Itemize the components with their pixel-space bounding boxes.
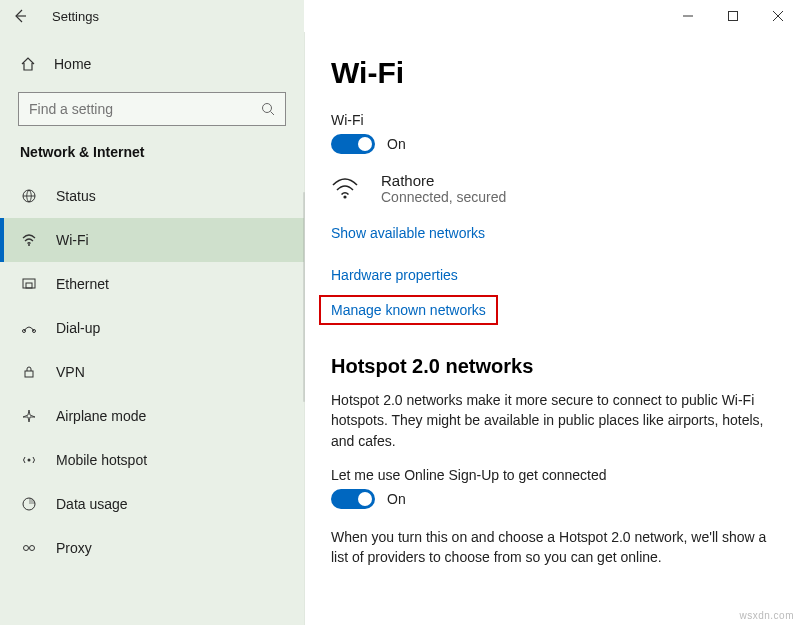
home-icon <box>20 56 36 72</box>
content-pane: Wi-Fi Wi-Fi On Rathore Connected, secure… <box>305 32 800 625</box>
current-network[interactable]: Rathore Connected, secured <box>331 172 774 205</box>
maximize-button[interactable] <box>710 0 755 32</box>
page-title: Wi-Fi <box>331 56 774 90</box>
svg-point-15 <box>24 546 29 551</box>
svg-rect-9 <box>26 283 32 288</box>
titlebar: Settings <box>0 0 800 32</box>
sidebar-item-vpn[interactable]: VPN <box>0 350 304 394</box>
sidebar-item-label: Status <box>56 188 96 204</box>
sidebar-item-label: Wi-Fi <box>56 232 89 248</box>
network-status: Connected, secured <box>381 189 506 205</box>
hardware-properties-link[interactable]: Hardware properties <box>331 267 458 283</box>
sidebar: Home Network & Internet Status Wi-Fi Eth… <box>0 32 305 625</box>
sidebar-item-label: Airplane mode <box>56 408 146 424</box>
back-button[interactable] <box>0 0 40 32</box>
sidebar-item-airplane[interactable]: Airplane mode <box>0 394 304 438</box>
sidebar-item-proxy[interactable]: Proxy <box>0 526 304 570</box>
wifi-toggle[interactable] <box>331 134 375 154</box>
sidebar-item-ethernet[interactable]: Ethernet <box>0 262 304 306</box>
hotspot-icon <box>20 452 38 468</box>
search-icon <box>261 102 275 116</box>
hotspot-toggle[interactable] <box>331 489 375 509</box>
wifi-icon <box>20 232 38 248</box>
sidebar-item-label: Proxy <box>56 540 92 556</box>
svg-line-5 <box>271 112 275 116</box>
svg-rect-1 <box>728 12 737 21</box>
window-title: Settings <box>52 9 99 24</box>
hotspot-toggle-state: On <box>387 491 406 507</box>
minimize-button[interactable] <box>665 0 710 32</box>
search-box[interactable] <box>18 92 286 126</box>
hotspot-heading: Hotspot 2.0 networks <box>331 355 774 378</box>
svg-point-16 <box>30 546 35 551</box>
sidebar-item-label: Dial-up <box>56 320 100 336</box>
hotspot-toggle-label: Let me use Online Sign-Up to get connect… <box>331 467 774 483</box>
svg-point-13 <box>28 459 31 462</box>
sidebar-home-label: Home <box>54 56 91 72</box>
search-input[interactable] <box>29 101 261 117</box>
sidebar-item-label: Data usage <box>56 496 128 512</box>
sidebar-item-status[interactable]: Status <box>0 174 304 218</box>
status-icon <box>20 188 38 204</box>
network-name: Rathore <box>381 172 506 189</box>
show-available-networks-link[interactable]: Show available networks <box>331 225 485 241</box>
sidebar-item-dialup[interactable]: Dial-up <box>0 306 304 350</box>
wifi-section-label: Wi-Fi <box>331 112 774 128</box>
svg-point-17 <box>343 195 346 198</box>
proxy-icon <box>20 540 38 556</box>
close-button[interactable] <box>755 0 800 32</box>
sidebar-item-datausage[interactable]: Data usage <box>0 482 304 526</box>
sidebar-item-hotspot[interactable]: Mobile hotspot <box>0 438 304 482</box>
watermark: wsxdn.com <box>739 610 794 621</box>
ethernet-icon <box>20 276 38 292</box>
data-usage-icon <box>20 496 38 512</box>
sidebar-item-label: VPN <box>56 364 85 380</box>
wifi-toggle-state: On <box>387 136 406 152</box>
hotspot-description-2: When you turn this on and choose a Hotsp… <box>331 527 771 568</box>
sidebar-item-wifi[interactable]: Wi-Fi <box>0 218 304 262</box>
highlight-box: Manage known networks <box>319 295 498 325</box>
svg-rect-12 <box>25 371 33 377</box>
svg-point-7 <box>28 244 30 246</box>
airplane-icon <box>20 408 38 424</box>
sidebar-home[interactable]: Home <box>0 42 304 86</box>
window-controls <box>665 0 800 32</box>
wifi-signal-icon <box>331 177 359 201</box>
hotspot-description: Hotspot 2.0 networks make it more secure… <box>331 390 771 451</box>
manage-known-networks-link[interactable]: Manage known networks <box>331 302 486 318</box>
sidebar-category: Network & Internet <box>0 140 304 174</box>
svg-point-4 <box>263 104 272 113</box>
dialup-icon <box>20 320 38 336</box>
sidebar-item-label: Mobile hotspot <box>56 452 147 468</box>
sidebar-item-label: Ethernet <box>56 276 109 292</box>
vpn-icon <box>20 364 38 380</box>
